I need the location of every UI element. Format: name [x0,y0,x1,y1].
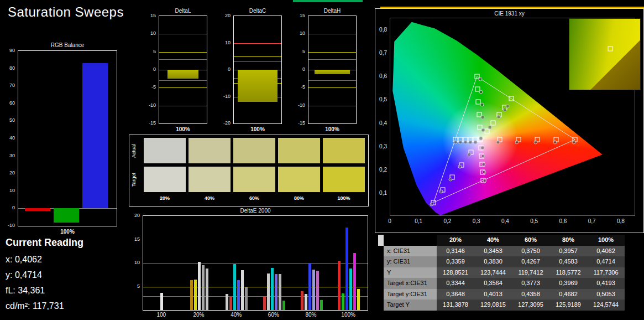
measured-marker [496,115,500,119]
reference-line [143,263,368,264]
x-tick-label: 0,6 [559,218,567,224]
y-tick-label: 15 [134,236,140,242]
swatch-actual-100% [323,138,365,163]
deltae-bar [206,269,208,310]
y-tick-label: 80 [9,65,15,71]
y-tick-label: 0 [228,66,231,72]
deltae-bar [160,293,163,310]
table-row-label: x: CIE31 [384,246,437,257]
table-cell: 0,4193 [587,278,625,289]
current-reading-heading: Current Reading [6,237,83,249]
swatch-col-label: 60% [233,195,275,201]
measured-marker [553,141,557,144]
measured-marker [482,171,486,174]
table-cell: 0,3453 [474,246,512,257]
delta-c-title: DeltaC [233,8,282,14]
y-tick-label: 0,8 [379,27,387,33]
deltae-plot [143,215,368,311]
delta-l-yaxis: 151050-5-10-15 [146,16,158,124]
measured-marker [572,141,575,144]
y-tick-label: 90 [9,48,15,53]
rgb-bar-blue [82,63,108,208]
measured-marker [496,141,500,144]
measured-marker [506,105,510,109]
reference-line [159,106,207,106]
y-tick-label: 70 [9,82,15,88]
y-tick-label: 10 [300,30,305,36]
table-corner-cell [378,300,384,311]
rgb-bar-green [54,208,79,222]
cie-yaxis: 0,80,70,60,50,40,30,20,1 [375,18,389,216]
y-tick-label: -15 [149,120,156,126]
reference-line [159,59,207,60]
deltae-bar [263,297,266,310]
reading-x: x: 0,4062 [6,255,42,265]
cie-table: 20%40%60%80%100%x: CIE310,31460,34530,37… [378,235,625,311]
rgb-balance-xlabel: 100% [18,229,117,235]
deltae-bar [312,270,315,310]
reference-line [308,80,356,81]
table-corner-cell [378,246,384,257]
table-cell: 0,3648 [437,289,474,300]
deltae-bar [345,228,348,310]
deltae-bar [245,287,248,310]
measured-marker [481,116,485,120]
delta-h-chart: DeltaH 151050-5-10-15 100% [296,7,362,135]
delta-h-plot [308,16,357,124]
measured-marker [469,140,473,144]
y-tick-label: 20 [225,13,231,18]
swatch-row-label-actual: Actual [131,138,139,163]
delta-h-xlabel: 100% [308,126,357,132]
y-tick-label: -5 [301,84,305,90]
y-tick-label: -10 [149,102,156,108]
deltae-xaxis: 10020%40%60%80%100% [143,312,368,319]
deltae-bar [308,263,311,310]
measured-marker [430,203,434,207]
x-tick-label: 0,1 [415,218,422,224]
table-row: Target y:CIE310,36480,40130,43580,46820,… [378,289,625,300]
y-tick-label: 15 [150,13,156,18]
deltae-bar [271,268,274,311]
table-row: Y128,8521123,7444119,7412118,5772117,730… [378,267,625,278]
y-tick-label: 40 [9,135,15,141]
reference-line [234,43,281,44]
swatch-target-40% [189,167,231,192]
y-tick-label: 20 [9,170,15,176]
y-tick-label: 15 [300,13,305,18]
deltae-bar [357,289,360,310]
y-tick-label: 5 [137,283,140,289]
delta-c-chart: DeltaC 20100-10-20 100% [221,7,287,135]
target-marker [491,120,496,125]
table-cell: 0,3564 [474,278,512,289]
measured-marker [483,179,486,183]
reference-line [308,59,356,60]
deltae-bar [194,280,197,310]
table-corner-cell [378,289,384,300]
y-tick-label: -5 [151,84,156,90]
deltae-bar [316,271,319,310]
measured-marker [458,165,462,169]
table-corner-cell [378,256,384,267]
table-cell: 0,3359 [437,256,474,267]
rgb-bar-red [25,208,50,211]
rgb-balance-title: RGB Balance [18,42,117,48]
reference-line [234,61,281,62]
table-cell: 0,3146 [437,246,474,257]
delta-l-title: DeltaL [159,8,207,14]
measured-marker [458,140,462,144]
table-cell: 127,3095 [512,300,549,311]
measured-marker [479,90,483,94]
y-tick-label: 5 [153,49,156,54]
reference-line [308,52,356,53]
measured-marker [480,102,484,106]
tab-indicator-green[interactable] [293,0,363,2]
measured-marker [439,190,443,194]
table-cell: 0,5053 [587,289,625,300]
table-cell: 129,0815 [474,300,512,311]
y-tick-label: 0,4 [379,120,387,126]
table-cell: 0,4062 [587,246,625,257]
x-tick-label: 0 [388,218,391,224]
swatch-target-100% [323,167,365,192]
y-tick-label: 0,2 [379,166,387,172]
x-tick-label: 40% [231,312,242,318]
